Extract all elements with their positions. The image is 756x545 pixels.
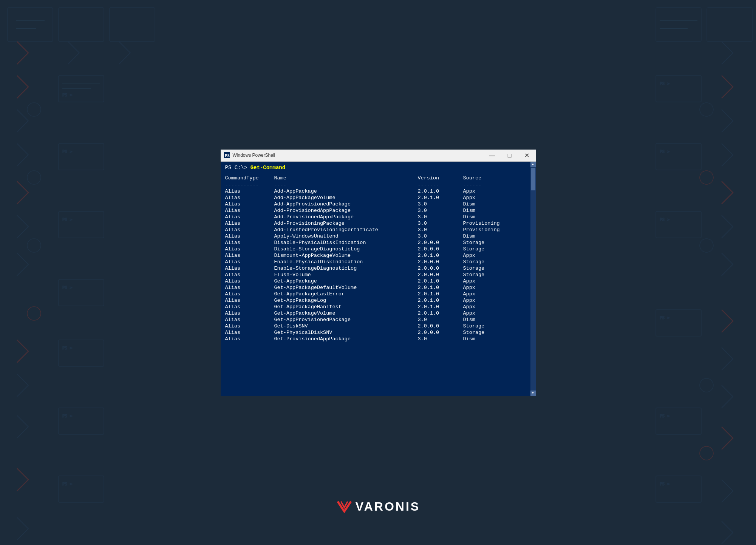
cell-version: 3.0 xyxy=(418,227,463,233)
cell-name: Add-ProvisionedAppPackage xyxy=(274,207,418,214)
cell-type: Alias xyxy=(225,323,274,329)
cell-type: Alias xyxy=(225,336,274,342)
svg-text:PS >: PS > xyxy=(62,217,73,222)
close-button[interactable]: ✕ xyxy=(518,150,536,162)
svg-text:PS >: PS > xyxy=(660,414,670,418)
cell-type: Alias xyxy=(225,239,274,246)
cell-source: Dism xyxy=(463,336,531,342)
cell-source: Appx xyxy=(463,310,531,317)
cell-version: 2.0.0.0 xyxy=(418,323,463,329)
table-row: AliasGet-PhysicalDiskSNV2.0.0.0Storage xyxy=(225,329,531,336)
varonis-text: VARONIS xyxy=(356,500,420,514)
cell-version: 2.0.1.0 xyxy=(418,310,463,317)
cell-name: Get-ProvisionedAppPackage xyxy=(274,336,418,342)
header-version: Version xyxy=(418,175,463,182)
cell-version: 2.0.1.0 xyxy=(418,195,463,201)
cell-name: Enable-StorageDiagnosticLog xyxy=(274,265,418,272)
sep-version: ------- xyxy=(418,182,463,188)
cell-source: Provisioning xyxy=(463,227,531,233)
cell-source: Appx xyxy=(463,304,531,310)
cell-version: 3.0 xyxy=(418,201,463,207)
cell-name: Get-PhysicalDiskSNV xyxy=(274,329,418,336)
cell-source: Storage xyxy=(463,272,531,278)
table-row: AliasGet-AppPackageLog2.0.1.0Appx xyxy=(225,297,531,304)
header-name: Name xyxy=(274,175,418,182)
svg-text:PS >: PS > xyxy=(660,482,670,486)
cell-type: Alias xyxy=(225,297,274,304)
cell-name: Get-AppPackageVolume xyxy=(274,310,418,317)
cell-name: Enable-PhysicalDiskIndication xyxy=(274,259,418,265)
svg-text:PS >: PS > xyxy=(62,93,73,97)
table-row: AliasAdd-ProvisioningPackage3.0Provision… xyxy=(225,220,531,227)
cell-source: Appx xyxy=(463,252,531,259)
cell-source: Storage xyxy=(463,239,531,246)
cell-source: Dism xyxy=(463,317,531,323)
sep-type: ----------- xyxy=(225,182,274,188)
cell-source: Appx xyxy=(463,195,531,201)
cell-version: 2.0.0.0 xyxy=(418,246,463,252)
cell-version: 2.0.0.0 xyxy=(418,329,463,336)
command-table: CommandType Name Version Source --------… xyxy=(225,175,531,342)
table-row: AliasGet-ProvisionedAppPackage3.0Dism xyxy=(225,336,531,342)
cell-version: 2.0.1.0 xyxy=(418,188,463,195)
ps-prompt-text: PS C:\> xyxy=(225,165,250,171)
cell-type: Alias xyxy=(225,246,274,252)
table-header-row: CommandType Name Version Source xyxy=(225,175,531,182)
cell-type: Alias xyxy=(225,195,274,201)
svg-text:PS >: PS > xyxy=(62,414,73,418)
cell-type: Alias xyxy=(225,201,274,207)
table-row: AliasAdd-AppPackage2.0.1.0Appx xyxy=(225,188,531,195)
cell-source: Dism xyxy=(463,207,531,214)
table-row: AliasEnable-PhysicalDiskIndication2.0.0.… xyxy=(225,259,531,265)
table-row: AliasDisable-PhysicalDiskIndication2.0.0… xyxy=(225,239,531,246)
scroll-down-button[interactable]: ▼ xyxy=(530,391,536,396)
table-row: AliasGet-AppPackageVolume2.0.1.0Appx xyxy=(225,310,531,317)
scroll-track xyxy=(530,167,536,391)
cell-name: Get-AppProvisionedPackage xyxy=(274,317,418,323)
cell-version: 2.0.1.0 xyxy=(418,278,463,284)
cell-name: Get-AppPackageLog xyxy=(274,297,418,304)
svg-text:PS >: PS > xyxy=(660,149,670,154)
svg-text:PS >: PS > xyxy=(62,149,73,154)
table-body: AliasAdd-AppPackage2.0.1.0AppxAliasAdd-A… xyxy=(225,188,531,342)
cell-source: Provisioning xyxy=(463,220,531,227)
svg-text:PS >: PS > xyxy=(62,482,73,486)
cell-version: 3.0 xyxy=(418,233,463,239)
cell-version: 3.0 xyxy=(418,220,463,227)
cell-name: Add-TrustedProvisioningCertificate xyxy=(274,227,418,233)
ps-prompt-line: PS C:\> Get-Command xyxy=(225,165,531,171)
header-source: Source xyxy=(463,175,531,182)
cell-type: Alias xyxy=(225,252,274,259)
cell-type: Alias xyxy=(225,265,274,272)
cell-source: Storage xyxy=(463,259,531,265)
sep-name: ---- xyxy=(274,182,418,188)
varonis-icon xyxy=(336,498,352,515)
minimize-button[interactable]: — xyxy=(484,150,501,162)
cell-name: Get-DiskSNV xyxy=(274,323,418,329)
header-commandtype: CommandType xyxy=(225,175,274,182)
cell-source: Appx xyxy=(463,297,531,304)
table-row: AliasDisable-StorageDiagnosticLog2.0.0.0… xyxy=(225,246,531,252)
cell-type: Alias xyxy=(225,310,274,317)
cell-type: Alias xyxy=(225,329,274,336)
cell-source: Appx xyxy=(463,291,531,297)
cell-type: Alias xyxy=(225,278,274,284)
cell-version: 2.0.1.0 xyxy=(418,252,463,259)
table-row: AliasGet-AppPackageManifest2.0.1.0Appx xyxy=(225,304,531,310)
cell-type: Alias xyxy=(225,188,274,195)
cell-version: 2.0.0.0 xyxy=(418,239,463,246)
scrollbar[interactable]: ▲ ▼ xyxy=(530,162,536,396)
cell-version: 3.0 xyxy=(418,214,463,220)
scroll-thumb[interactable] xyxy=(531,168,535,190)
table-row: AliasEnable-StorageDiagnosticLog2.0.0.0S… xyxy=(225,265,531,272)
table-row: AliasGet-AppPackageDefaultVolume2.0.1.0A… xyxy=(225,284,531,291)
maximize-button[interactable]: □ xyxy=(501,150,518,162)
cell-version: 3.0 xyxy=(418,207,463,214)
scroll-up-button[interactable]: ▲ xyxy=(530,162,536,167)
cell-source: Appx xyxy=(463,188,531,195)
cell-name: Disable-PhysicalDiskIndication xyxy=(274,239,418,246)
cell-version: 2.0.0.0 xyxy=(418,265,463,272)
table-row: AliasDismount-AppPackageVolume2.0.1.0App… xyxy=(225,252,531,259)
svg-text:PS >: PS > xyxy=(62,346,73,350)
cell-type: Alias xyxy=(225,291,274,297)
